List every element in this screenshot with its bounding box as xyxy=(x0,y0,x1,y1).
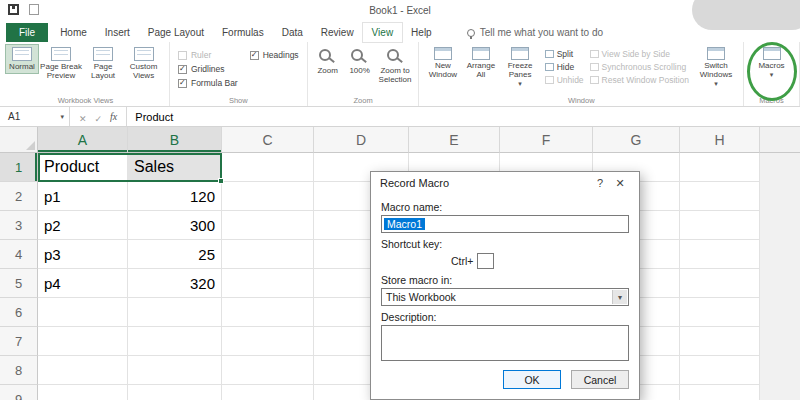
row-header-3[interactable]: 3 xyxy=(0,211,38,240)
zoom-button[interactable]: Zoom xyxy=(312,45,344,77)
tab-page-layout[interactable]: Page Layout xyxy=(139,23,213,42)
arrange-all-button[interactable]: Arrange All xyxy=(464,45,497,81)
tab-view[interactable]: View xyxy=(363,23,403,42)
dialog-titlebar[interactable]: Record Macro ? ✕ xyxy=(371,172,639,194)
cell-H3[interactable] xyxy=(680,211,760,240)
tab-help[interactable]: Help xyxy=(402,23,441,42)
cell-B5[interactable]: 320 xyxy=(128,269,222,298)
gridlines-checkbox[interactable]: Gridlines xyxy=(178,64,238,74)
cell-C8[interactable] xyxy=(222,356,314,385)
cell-A5[interactable]: p4 xyxy=(38,269,128,298)
cell-A4[interactable]: p3 xyxy=(38,240,128,269)
cell-B7[interactable] xyxy=(128,327,222,356)
cell-A7[interactable] xyxy=(38,327,128,356)
page-layout-view-button[interactable]: Page Layout xyxy=(84,45,122,82)
formula-bar-checkbox[interactable]: Formula Bar xyxy=(178,78,238,88)
store-macro-in-dropdown-icon[interactable] xyxy=(612,290,627,304)
cell-A8[interactable] xyxy=(38,356,128,385)
switch-windows-button[interactable]: Switch Windows xyxy=(693,45,739,89)
row-header-9[interactable]: 9 xyxy=(0,385,38,400)
tab-data[interactable]: Data xyxy=(273,23,312,42)
insert-function-icon[interactable]: fx xyxy=(110,111,117,122)
zoom-100-button[interactable]: 100% xyxy=(344,45,376,77)
cell-C5[interactable] xyxy=(222,269,314,298)
select-all-button[interactable] xyxy=(0,127,38,153)
ruler-checkbox[interactable]: Ruler xyxy=(178,50,238,60)
cell-C9[interactable] xyxy=(222,385,314,400)
col-header-E[interactable]: E xyxy=(409,127,500,153)
cell-B8[interactable] xyxy=(128,356,222,385)
dialog-help-button[interactable]: ? xyxy=(590,177,610,189)
cell-A6[interactable] xyxy=(38,298,128,327)
cell-H6[interactable] xyxy=(680,298,760,327)
tell-me-box[interactable]: Tell me what you want to do xyxy=(467,27,603,42)
cell-B4[interactable]: 25 xyxy=(128,240,222,269)
formula-input[interactable]: Product xyxy=(127,107,800,126)
macro-name-input[interactable]: Macro1 xyxy=(381,215,629,233)
fill-handle[interactable] xyxy=(218,178,224,184)
row-header-8[interactable]: 8 xyxy=(0,356,38,385)
cell-B6[interactable] xyxy=(128,298,222,327)
col-header-C[interactable]: C xyxy=(222,127,314,153)
row-header-7[interactable]: 7 xyxy=(0,327,38,356)
cell-B1[interactable]: Sales xyxy=(128,153,222,182)
col-header-D[interactable]: D xyxy=(314,127,409,153)
cell-H1[interactable] xyxy=(680,153,760,182)
cell-B3[interactable]: 300 xyxy=(128,211,222,240)
row-header-1[interactable]: 1 xyxy=(0,153,38,182)
cell-H9[interactable] xyxy=(680,385,760,400)
row-header-2[interactable]: 2 xyxy=(0,182,38,211)
col-header-F[interactable]: F xyxy=(500,127,593,153)
cell-A1[interactable]: Product xyxy=(38,153,128,182)
cell-H7[interactable] xyxy=(680,327,760,356)
headings-checkbox[interactable]: Headings xyxy=(250,50,299,60)
tab-review[interactable]: Review xyxy=(312,23,363,42)
name-box-dropdown-icon[interactable] xyxy=(60,113,64,120)
cell-A2[interactable]: p1 xyxy=(38,182,128,211)
store-macro-in-select[interactable]: This Workbook xyxy=(381,288,629,306)
cell-C2[interactable] xyxy=(222,182,314,211)
macros-button[interactable]: Macros xyxy=(756,45,788,80)
dialog-close-button[interactable]: ✕ xyxy=(610,177,630,190)
tab-insert[interactable]: Insert xyxy=(96,23,139,42)
cell-A9[interactable] xyxy=(38,385,128,400)
new-window-button[interactable]: New Window xyxy=(423,45,462,81)
cell-H8[interactable] xyxy=(680,356,760,385)
name-box[interactable]: A1 xyxy=(0,107,70,126)
zoom-to-selection-button[interactable]: Zoom to Selection xyxy=(376,45,415,86)
col-header-A[interactable]: A xyxy=(38,127,128,153)
cell-C6[interactable] xyxy=(222,298,314,327)
ok-button[interactable]: OK xyxy=(503,370,561,389)
tab-home[interactable]: Home xyxy=(51,23,96,42)
col-header-H[interactable]: H xyxy=(680,127,760,153)
row-header-4[interactable]: 4 xyxy=(0,240,38,269)
page-break-preview-button[interactable]: Page Break Preview xyxy=(38,45,84,82)
cell-C1[interactable] xyxy=(222,153,314,182)
cell-C4[interactable] xyxy=(222,240,314,269)
shortcut-key-input[interactable] xyxy=(477,253,494,269)
save-icon[interactable] xyxy=(8,4,19,15)
tab-file[interactable]: File xyxy=(6,23,48,42)
cell-C3[interactable] xyxy=(222,211,314,240)
cancel-button[interactable]: Cancel xyxy=(571,370,629,389)
col-header-B[interactable]: B xyxy=(128,127,222,153)
row-header-5[interactable]: 5 xyxy=(0,269,38,298)
cancel-entry-icon[interactable] xyxy=(79,108,87,126)
custom-views-button[interactable]: Custom Views xyxy=(122,45,165,82)
cell-H4[interactable] xyxy=(680,240,760,269)
tab-formulas[interactable]: Formulas xyxy=(213,23,273,42)
freeze-panes-button[interactable]: Freeze Panes xyxy=(500,45,541,89)
split-button[interactable]: Split xyxy=(543,47,586,60)
hide-button[interactable]: Hide xyxy=(543,60,586,73)
cell-A3[interactable]: p2 xyxy=(38,211,128,240)
cell-H2[interactable] xyxy=(680,182,760,211)
cell-B9[interactable] xyxy=(128,385,222,400)
cell-H5[interactable] xyxy=(680,269,760,298)
description-input[interactable] xyxy=(381,325,629,361)
enter-entry-icon[interactable] xyxy=(95,108,103,126)
cell-B2[interactable]: 120 xyxy=(128,182,222,211)
row-header-6[interactable]: 6 xyxy=(0,298,38,327)
cell-C7[interactable] xyxy=(222,327,314,356)
col-header-G[interactable]: G xyxy=(593,127,680,153)
normal-view-button[interactable]: Normal xyxy=(6,45,38,73)
